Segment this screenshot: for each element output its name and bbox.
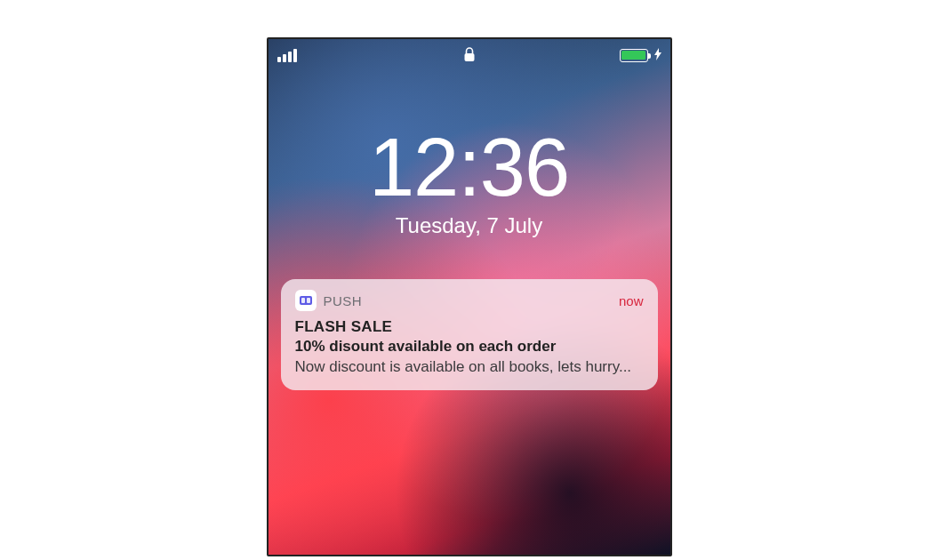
svg-rect-3 [307,298,310,303]
status-bar [269,39,670,71]
bolt-icon [654,48,661,62]
time-label: 12:36 [269,126,670,208]
cell-signal-icon [277,49,297,62]
notification-body: Now discount is available on all books, … [295,357,644,378]
notification-subtitle: 10% disount available on each order [295,338,644,356]
notification-header: PUSH now [295,290,644,311]
status-right [620,48,661,62]
date-label: Tuesday, 7 July [269,213,670,238]
push-app-icon [295,290,317,311]
notification-timestamp: now [619,293,644,308]
lockscreen-clock: 12:36 Tuesday, 7 July [269,126,670,238]
svg-rect-0 [464,53,474,61]
status-left [277,49,297,62]
svg-rect-2 [301,298,305,303]
phone-lockscreen: 12:36 Tuesday, 7 July PUSH now FLASH SAL… [267,37,672,556]
notification-title: FLASH SALE [295,318,644,336]
lock-icon [463,47,476,67]
battery-icon [620,49,648,62]
notification-card[interactable]: PUSH now FLASH SALE 10% disount availabl… [281,279,658,390]
notification-app-name: PUSH [324,293,363,308]
